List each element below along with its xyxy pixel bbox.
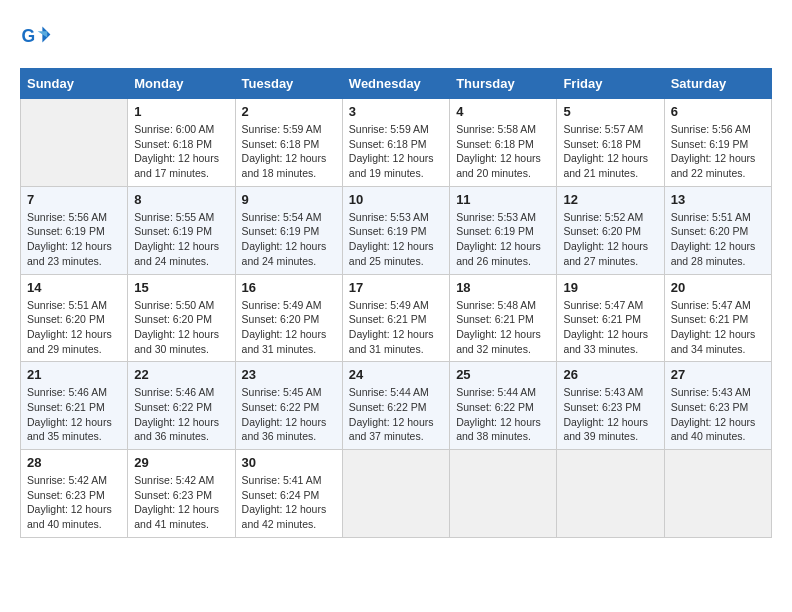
day-info: Sunrise: 5:53 AMSunset: 6:19 PMDaylight:… [349, 210, 443, 269]
logo-icon: G [20, 20, 52, 52]
day-number: 15 [134, 280, 228, 295]
day-cell [450, 450, 557, 538]
day-info: Sunrise: 5:49 AMSunset: 6:21 PMDaylight:… [349, 298, 443, 357]
day-cell: 11Sunrise: 5:53 AMSunset: 6:19 PMDayligh… [450, 186, 557, 274]
day-info: Sunrise: 5:55 AMSunset: 6:19 PMDaylight:… [134, 210, 228, 269]
day-number: 4 [456, 104, 550, 119]
day-number: 29 [134, 455, 228, 470]
week-row-5: 28Sunrise: 5:42 AMSunset: 6:23 PMDayligh… [21, 450, 772, 538]
day-cell: 2Sunrise: 5:59 AMSunset: 6:18 PMDaylight… [235, 99, 342, 187]
day-number: 12 [563, 192, 657, 207]
day-info: Sunrise: 5:54 AMSunset: 6:19 PMDaylight:… [242, 210, 336, 269]
day-info: Sunrise: 5:56 AMSunset: 6:19 PMDaylight:… [27, 210, 121, 269]
day-cell [21, 99, 128, 187]
day-info: Sunrise: 5:42 AMSunset: 6:23 PMDaylight:… [134, 473, 228, 532]
day-cell: 9Sunrise: 5:54 AMSunset: 6:19 PMDaylight… [235, 186, 342, 274]
week-row-1: 1Sunrise: 6:00 AMSunset: 6:18 PMDaylight… [21, 99, 772, 187]
day-info: Sunrise: 5:44 AMSunset: 6:22 PMDaylight:… [456, 385, 550, 444]
day-number: 13 [671, 192, 765, 207]
day-cell: 29Sunrise: 5:42 AMSunset: 6:23 PMDayligh… [128, 450, 235, 538]
day-number: 24 [349, 367, 443, 382]
day-cell: 8Sunrise: 5:55 AMSunset: 6:19 PMDaylight… [128, 186, 235, 274]
column-header-friday: Friday [557, 69, 664, 99]
day-cell: 22Sunrise: 5:46 AMSunset: 6:22 PMDayligh… [128, 362, 235, 450]
week-row-4: 21Sunrise: 5:46 AMSunset: 6:21 PMDayligh… [21, 362, 772, 450]
day-cell: 12Sunrise: 5:52 AMSunset: 6:20 PMDayligh… [557, 186, 664, 274]
column-header-sunday: Sunday [21, 69, 128, 99]
column-header-tuesday: Tuesday [235, 69, 342, 99]
day-cell: 6Sunrise: 5:56 AMSunset: 6:19 PMDaylight… [664, 99, 771, 187]
day-cell: 7Sunrise: 5:56 AMSunset: 6:19 PMDaylight… [21, 186, 128, 274]
day-cell: 26Sunrise: 5:43 AMSunset: 6:23 PMDayligh… [557, 362, 664, 450]
day-number: 28 [27, 455, 121, 470]
column-header-wednesday: Wednesday [342, 69, 449, 99]
day-number: 22 [134, 367, 228, 382]
day-cell [342, 450, 449, 538]
day-number: 19 [563, 280, 657, 295]
calendar-table: SundayMondayTuesdayWednesdayThursdayFrid… [20, 68, 772, 538]
day-number: 30 [242, 455, 336, 470]
day-info: Sunrise: 5:44 AMSunset: 6:22 PMDaylight:… [349, 385, 443, 444]
day-number: 11 [456, 192, 550, 207]
day-cell: 20Sunrise: 5:47 AMSunset: 6:21 PMDayligh… [664, 274, 771, 362]
day-cell: 1Sunrise: 6:00 AMSunset: 6:18 PMDaylight… [128, 99, 235, 187]
day-info: Sunrise: 5:41 AMSunset: 6:24 PMDaylight:… [242, 473, 336, 532]
day-number: 2 [242, 104, 336, 119]
day-number: 16 [242, 280, 336, 295]
day-info: Sunrise: 5:47 AMSunset: 6:21 PMDaylight:… [563, 298, 657, 357]
day-cell: 30Sunrise: 5:41 AMSunset: 6:24 PMDayligh… [235, 450, 342, 538]
day-number: 20 [671, 280, 765, 295]
day-number: 14 [27, 280, 121, 295]
column-header-thursday: Thursday [450, 69, 557, 99]
day-number: 21 [27, 367, 121, 382]
day-info: Sunrise: 5:43 AMSunset: 6:23 PMDaylight:… [671, 385, 765, 444]
day-number: 1 [134, 104, 228, 119]
day-cell: 21Sunrise: 5:46 AMSunset: 6:21 PMDayligh… [21, 362, 128, 450]
day-cell: 15Sunrise: 5:50 AMSunset: 6:20 PMDayligh… [128, 274, 235, 362]
day-info: Sunrise: 5:46 AMSunset: 6:22 PMDaylight:… [134, 385, 228, 444]
day-cell: 10Sunrise: 5:53 AMSunset: 6:19 PMDayligh… [342, 186, 449, 274]
day-cell: 14Sunrise: 5:51 AMSunset: 6:20 PMDayligh… [21, 274, 128, 362]
day-info: Sunrise: 5:51 AMSunset: 6:20 PMDaylight:… [671, 210, 765, 269]
day-number: 17 [349, 280, 443, 295]
day-cell: 24Sunrise: 5:44 AMSunset: 6:22 PMDayligh… [342, 362, 449, 450]
day-cell [664, 450, 771, 538]
week-row-3: 14Sunrise: 5:51 AMSunset: 6:20 PMDayligh… [21, 274, 772, 362]
day-cell: 25Sunrise: 5:44 AMSunset: 6:22 PMDayligh… [450, 362, 557, 450]
day-info: Sunrise: 6:00 AMSunset: 6:18 PMDaylight:… [134, 122, 228, 181]
day-number: 27 [671, 367, 765, 382]
day-cell [557, 450, 664, 538]
column-header-saturday: Saturday [664, 69, 771, 99]
day-number: 7 [27, 192, 121, 207]
day-info: Sunrise: 5:46 AMSunset: 6:21 PMDaylight:… [27, 385, 121, 444]
day-cell: 16Sunrise: 5:49 AMSunset: 6:20 PMDayligh… [235, 274, 342, 362]
day-number: 3 [349, 104, 443, 119]
day-number: 5 [563, 104, 657, 119]
day-info: Sunrise: 5:43 AMSunset: 6:23 PMDaylight:… [563, 385, 657, 444]
day-cell: 13Sunrise: 5:51 AMSunset: 6:20 PMDayligh… [664, 186, 771, 274]
day-cell: 4Sunrise: 5:58 AMSunset: 6:18 PMDaylight… [450, 99, 557, 187]
day-info: Sunrise: 5:42 AMSunset: 6:23 PMDaylight:… [27, 473, 121, 532]
day-cell: 23Sunrise: 5:45 AMSunset: 6:22 PMDayligh… [235, 362, 342, 450]
day-info: Sunrise: 5:49 AMSunset: 6:20 PMDaylight:… [242, 298, 336, 357]
day-info: Sunrise: 5:53 AMSunset: 6:19 PMDaylight:… [456, 210, 550, 269]
day-cell: 5Sunrise: 5:57 AMSunset: 6:18 PMDaylight… [557, 99, 664, 187]
day-cell: 18Sunrise: 5:48 AMSunset: 6:21 PMDayligh… [450, 274, 557, 362]
day-info: Sunrise: 5:45 AMSunset: 6:22 PMDaylight:… [242, 385, 336, 444]
day-number: 25 [456, 367, 550, 382]
svg-text:G: G [22, 26, 36, 46]
day-number: 23 [242, 367, 336, 382]
day-cell: 28Sunrise: 5:42 AMSunset: 6:23 PMDayligh… [21, 450, 128, 538]
day-number: 8 [134, 192, 228, 207]
day-number: 26 [563, 367, 657, 382]
day-info: Sunrise: 5:52 AMSunset: 6:20 PMDaylight:… [563, 210, 657, 269]
day-info: Sunrise: 5:58 AMSunset: 6:18 PMDaylight:… [456, 122, 550, 181]
day-cell: 27Sunrise: 5:43 AMSunset: 6:23 PMDayligh… [664, 362, 771, 450]
column-header-monday: Monday [128, 69, 235, 99]
day-number: 18 [456, 280, 550, 295]
day-info: Sunrise: 5:47 AMSunset: 6:21 PMDaylight:… [671, 298, 765, 357]
day-info: Sunrise: 5:59 AMSunset: 6:18 PMDaylight:… [349, 122, 443, 181]
day-info: Sunrise: 5:50 AMSunset: 6:20 PMDaylight:… [134, 298, 228, 357]
day-cell: 17Sunrise: 5:49 AMSunset: 6:21 PMDayligh… [342, 274, 449, 362]
day-number: 10 [349, 192, 443, 207]
